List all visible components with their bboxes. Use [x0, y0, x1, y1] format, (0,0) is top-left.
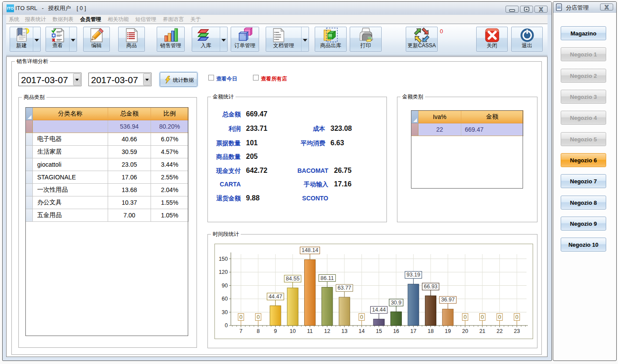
svg-text:16: 16	[393, 328, 399, 334]
svg-text:20: 20	[462, 328, 468, 334]
svg-text:86.11: 86.11	[320, 275, 334, 281]
svg-text:120: 120	[219, 269, 228, 275]
svg-text:19: 19	[445, 328, 451, 334]
svg-text:66.93: 66.93	[424, 284, 437, 290]
svg-text:0: 0	[464, 314, 467, 320]
svg-text:13: 13	[341, 328, 348, 334]
svg-text:60: 60	[222, 296, 228, 302]
svg-text:10: 10	[290, 328, 296, 334]
svg-text:ITO: ITO	[7, 6, 14, 10]
svg-text:36.97: 36.97	[441, 297, 455, 303]
svg-text:9: 9	[274, 328, 277, 334]
svg-text:30.9: 30.9	[391, 300, 401, 306]
svg-text:0: 0	[498, 314, 501, 320]
svg-text:63.77: 63.77	[337, 285, 351, 291]
svg-text:0: 0	[225, 322, 228, 329]
svg-text:8: 8	[256, 328, 260, 334]
svg-text:X: X	[605, 4, 609, 10]
svg-text:23: 23	[514, 328, 520, 334]
svg-text:22: 22	[497, 328, 503, 334]
svg-text:0: 0	[515, 314, 518, 320]
svg-text:93.19: 93.19	[407, 272, 420, 278]
svg-text:84.55: 84.55	[286, 276, 299, 282]
svg-text:15: 15	[376, 328, 382, 334]
svg-text:14.44: 14.44	[372, 307, 386, 313]
svg-text:21: 21	[479, 328, 485, 334]
svg-text:12: 12	[324, 328, 330, 334]
svg-text:30: 30	[222, 309, 228, 315]
svg-text:44.47: 44.47	[269, 294, 282, 300]
svg-text:0: 0	[360, 314, 363, 320]
svg-text:14: 14	[358, 328, 365, 334]
svg-text:18: 18	[428, 328, 434, 334]
svg-text:17: 17	[411, 328, 417, 334]
svg-text:0: 0	[239, 314, 242, 320]
svg-text:0: 0	[481, 314, 484, 320]
svg-text:11: 11	[307, 328, 313, 334]
svg-text:148.14: 148.14	[302, 247, 318, 253]
svg-text:90: 90	[222, 283, 228, 289]
svg-text:0: 0	[256, 314, 260, 320]
svg-text:X: X	[539, 6, 543, 12]
svg-text:7: 7	[239, 328, 242, 334]
svg-text:150: 150	[219, 256, 228, 262]
